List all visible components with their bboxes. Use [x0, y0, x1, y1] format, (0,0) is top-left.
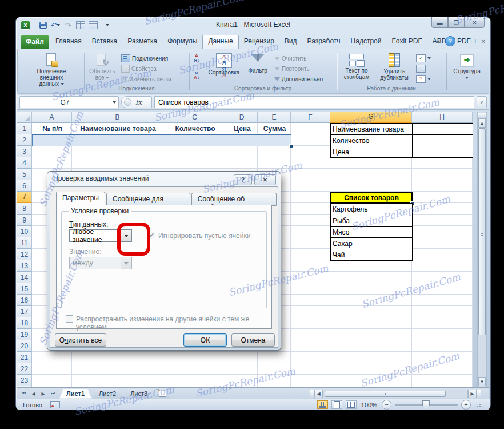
page-layout-view-button[interactable]	[331, 400, 342, 409]
tab-10[interactable]: Foxit PDF	[386, 35, 427, 49]
row-header-6[interactable]: 6	[17, 180, 32, 192]
sheet-tab-Лист1[interactable]: Лист1	[59, 389, 91, 399]
what-if-analysis-button[interactable]	[416, 74, 431, 84]
tab-4[interactable]: Формулы	[162, 35, 202, 49]
cell-G11[interactable]: Сахар	[330, 237, 413, 249]
horizontal-scroll-track[interactable]	[323, 390, 468, 398]
row-header-4[interactable]: 4	[17, 157, 32, 169]
clear-all-button[interactable]: Очистить все	[55, 333, 106, 347]
insert-sheet-tab[interactable]	[155, 389, 170, 399]
row-header-19[interactable]: 19	[17, 329, 32, 340]
dialog-tab-Сообщение для ввода[interactable]: Сообщение для ввода	[106, 193, 190, 206]
split-handle[interactable]	[478, 113, 486, 118]
outline-button[interactable]: Структура	[448, 52, 486, 89]
cell-G2[interactable]: Количество	[330, 134, 413, 146]
row-header-15[interactable]: 15	[17, 283, 32, 295]
remove-duplicates-button[interactable]: Удалить дубликаты	[376, 52, 413, 89]
filter-button[interactable]: Фильтр	[245, 52, 271, 89]
select-all-corner[interactable]	[17, 112, 32, 123]
row-header-5[interactable]: 5	[17, 169, 32, 180]
cell-G3[interactable]: Цена	[330, 146, 413, 158]
ok-button[interactable]: ОК	[183, 333, 227, 347]
restore-button[interactable]: ❐	[448, 17, 465, 28]
tab-file[interactable]: Файл	[21, 35, 49, 49]
cancel-button[interactable]: Отмена	[231, 333, 275, 347]
help-icon[interactable]: ?	[446, 37, 455, 46]
sort-ascending-button[interactable]: АЯ↓	[192, 54, 201, 63]
dialog-tab-Параметры[interactable]: Параметры	[56, 192, 105, 206]
properties-button[interactable]: Свойства	[121, 64, 157, 73]
value-combobox[interactable]: между	[69, 257, 132, 269]
sort-descending-button[interactable]: ЯА↓	[192, 71, 201, 80]
tab-2[interactable]: Вставка	[87, 35, 123, 49]
close-button[interactable]: ✕	[465, 17, 485, 28]
cell-C1[interactable]: Количество	[163, 123, 227, 135]
cell-G10[interactable]: Мясо	[330, 226, 413, 238]
apply-all-checkbox[interactable]	[66, 315, 73, 323]
tab-7[interactable]: Вид	[279, 35, 302, 49]
name-box-dropdown[interactable]	[110, 97, 118, 108]
resize-grip[interactable]	[477, 402, 482, 408]
collapse-ribbon-icon[interactable]	[436, 40, 441, 43]
cell-E1[interactable]: Сумма	[258, 123, 291, 135]
vertical-scrollbar[interactable]: ▲ ▼	[477, 112, 487, 387]
split-handle[interactable]	[477, 390, 481, 398]
zoom-out-button[interactable]: −	[382, 400, 391, 410]
dialog-tab-Сообщение об ошибке[interactable]: Сообщение об ошибке	[191, 193, 277, 206]
row-header-23[interactable]: 23	[17, 375, 32, 386]
row-header-18[interactable]: 18	[17, 317, 32, 329]
cancel-entry-icon[interactable]	[124, 98, 131, 106]
workbook-restore-icon[interactable]: ❐	[471, 38, 476, 45]
cell-G9[interactable]: Рыба	[330, 214, 413, 227]
cell-H3[interactable]	[412, 146, 473, 158]
column-header-A[interactable]: A	[32, 112, 72, 123]
cell-D1[interactable]: Цена	[226, 123, 258, 135]
tab-5[interactable]: Данные	[202, 35, 238, 49]
formula-input[interactable]: Список товаров	[154, 96, 474, 108]
column-header-C[interactable]: C	[163, 112, 226, 123]
workbook-minimize-icon[interactable]: —	[460, 38, 466, 45]
row-header-2[interactable]: 2	[17, 134, 32, 146]
row-header-10[interactable]: 10	[17, 226, 32, 237]
macro-record-icon[interactable]	[50, 401, 60, 408]
column-header-F[interactable]: F	[291, 112, 330, 123]
row-header-1[interactable]: 1	[17, 123, 32, 134]
row-header-11[interactable]: 11	[17, 237, 32, 249]
reapply-button[interactable]: Повторить	[274, 64, 310, 73]
insert-function-icon[interactable]: fx	[135, 98, 142, 106]
workbook-close-icon[interactable]: ✕	[481, 38, 486, 45]
column-header-B[interactable]: B	[72, 112, 163, 123]
previous-sheet-icon[interactable]: ◀	[29, 390, 38, 398]
tab-9[interactable]: Надстрой	[346, 35, 387, 49]
row-header-20[interactable]: 20	[17, 340, 32, 352]
row-header-17[interactable]: 17	[17, 306, 32, 317]
tab-8[interactable]: Разработч	[302, 35, 346, 49]
tab-3[interactable]: Разметка	[122, 35, 162, 49]
refresh-all-button[interactable]: Обновить все	[86, 52, 118, 89]
last-sheet-icon[interactable]: ⏭	[49, 390, 57, 398]
row-header-13[interactable]: 13	[17, 260, 32, 272]
tab-6[interactable]: Рецензир	[239, 35, 279, 49]
column-header-G[interactable]: G	[330, 112, 412, 123]
cell-B1[interactable]: Наименование товара	[72, 123, 164, 135]
advanced-filter-button[interactable]: Дополнительно	[274, 74, 323, 84]
dialog-close-button[interactable]: ✕	[254, 174, 276, 185]
column-header-D[interactable]: D	[226, 112, 258, 123]
cell-G8[interactable]: Картофель	[330, 203, 413, 215]
horizontal-scrollbar[interactable]: ◀ ▶	[310, 389, 481, 398]
row-header-22[interactable]: 22	[17, 363, 32, 375]
title-bar[interactable]: X ↶ ↷ Книга1 - Microsoft Excel ▬ ❐ ✕	[16, 17, 490, 34]
scroll-down-icon[interactable]: ▼	[478, 377, 486, 386]
scroll-up-icon[interactable]: ▲	[478, 118, 486, 128]
first-sheet-icon[interactable]: ⏮	[19, 390, 28, 398]
zoom-slider-thumb[interactable]	[422, 400, 430, 410]
page-break-view-button[interactable]	[346, 400, 357, 409]
normal-view-button[interactable]	[317, 400, 328, 409]
data-validation-button[interactable]	[416, 54, 431, 63]
name-box[interactable]: G7	[19, 96, 119, 108]
sheet-tab-Лист3[interactable]: Лист3	[123, 389, 154, 399]
fill-handle[interactable]	[289, 144, 293, 148]
zoom-slider-track[interactable]	[395, 404, 458, 406]
clear-filter-button[interactable]: Очистить	[274, 54, 307, 63]
expand-formula-bar-icon[interactable]: ˅	[477, 96, 487, 108]
